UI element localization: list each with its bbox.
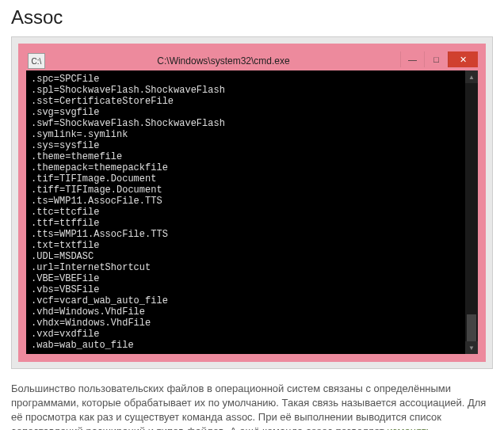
scroll-down-icon[interactable]: ▼ bbox=[465, 341, 478, 354]
terminal-line: .vhd=Windows.VhdFile bbox=[31, 306, 460, 318]
terminal-line: .tiff=TIFImage.Document bbox=[31, 185, 460, 196]
scroll-up-icon[interactable]: ▲ bbox=[465, 70, 478, 83]
cmd-window: C:\ C:\Windows\system32\cmd.exe — □ ✕ .s… bbox=[18, 44, 486, 362]
terminal-line: .wab=wab_auto_file bbox=[31, 340, 460, 351]
terminal-area: .spc=SPCFile.spl=ShockwaveFlash.Shockwav… bbox=[26, 70, 478, 354]
minimize-button[interactable]: — bbox=[400, 51, 424, 67]
terminal-line: .vhdx=Windows.VhdFile bbox=[31, 318, 460, 329]
maximize-button[interactable]: □ bbox=[424, 51, 448, 67]
terminal-line: .theme=themefile bbox=[31, 151, 460, 162]
titlebar: C:\ C:\Windows\system32\cmd.exe — □ ✕ bbox=[26, 51, 478, 70]
screenshot-frame: C:\ C:\Windows\system32\cmd.exe — □ ✕ .s… bbox=[11, 36, 493, 369]
terminal-line: .ttf=ttffile bbox=[31, 218, 460, 229]
terminal-line: .swf=ShockwaveFlash.ShockwaveFlash bbox=[31, 118, 460, 129]
terminal-line: .spl=ShockwaveFlash.ShockwaveFlash bbox=[31, 85, 460, 96]
p1-text-before: Большинство пользовательских файлов в оп… bbox=[11, 382, 486, 430]
terminal-line: .themepack=themepackfile bbox=[31, 162, 460, 173]
terminal-line: .txt=txtfile bbox=[31, 240, 460, 251]
terminal-line: .VBE=VBEFile bbox=[31, 273, 460, 284]
cmd-icon: C:\ bbox=[28, 53, 45, 69]
description-paragraph-1: Большинство пользовательских файлов в оп… bbox=[11, 382, 493, 430]
close-button[interactable]: ✕ bbox=[448, 51, 478, 67]
window-controls: — □ ✕ bbox=[400, 51, 478, 70]
terminal-output: .spc=SPCFile.spl=ShockwaveFlash.Shockwav… bbox=[26, 70, 465, 354]
terminal-line: .svg=svgfile bbox=[31, 107, 460, 118]
terminal-line: .sys=sysfile bbox=[31, 140, 460, 151]
terminal-line: .symlink=.symlink bbox=[31, 129, 460, 140]
terminal-line: .sst=CertificateStoreFile bbox=[31, 96, 460, 107]
terminal-line: .spc=SPCFile bbox=[31, 74, 460, 85]
terminal-line: .tif=TIFImage.Document bbox=[31, 173, 460, 185]
terminal-line: .vbs=VBSFile bbox=[31, 284, 460, 295]
window-title: C:\Windows\system32\cmd.exe bbox=[47, 51, 400, 70]
scrollbar[interactable]: ▲ ▼ bbox=[465, 70, 478, 354]
scroll-thumb[interactable] bbox=[467, 314, 476, 341]
terminal-line: .url=InternetShortcut bbox=[31, 262, 460, 273]
terminal-line: .vxd=vxdfile bbox=[31, 329, 460, 340]
terminal-line: .vcf=vcard_wab_auto_file bbox=[31, 295, 460, 306]
scroll-track[interactable] bbox=[465, 83, 478, 341]
page-title: Assoc bbox=[11, 6, 493, 29]
terminal-line: .ttc=ttcfile bbox=[31, 207, 460, 218]
terminal-line: .ts=WMP11.AssocFile.TTS bbox=[31, 196, 460, 207]
terminal-line: .tts=WMP11.AssocFile.TTS bbox=[31, 229, 460, 240]
terminal-line: .UDL=MSDASC bbox=[31, 251, 460, 262]
